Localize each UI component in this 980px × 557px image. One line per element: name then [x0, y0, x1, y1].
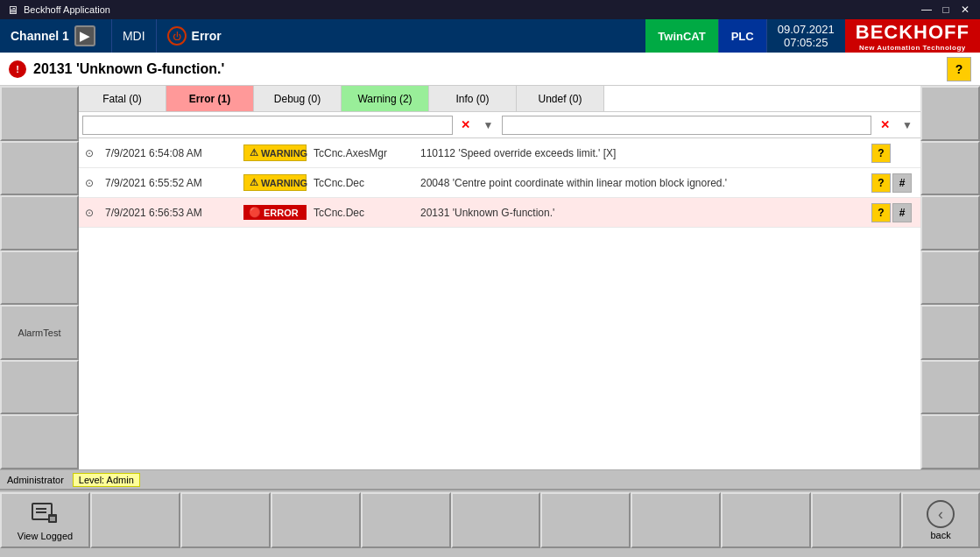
right-btn-2[interactable] — [920, 141, 980, 196]
status-bar: Administrator Level: Admin — [0, 469, 980, 489]
right-btn-1[interactable] — [920, 86, 980, 141]
error-icon-3: 🔴 — [249, 207, 261, 218]
status-level: Level: Admin — [73, 473, 140, 487]
log-source-1: TcCnc.AxesMgr — [310, 147, 415, 159]
expand-btn-3[interactable]: ⊙ — [79, 207, 100, 219]
minimize-button[interactable]: — — [919, 2, 934, 18]
log-row-2: ⊙ 7/9/2021 6:55:52 AM ⚠ WARNING TcCnc.De… — [79, 168, 920, 198]
sidebar-btn-6[interactable] — [0, 360, 79, 415]
channel-label: Channel 1 — [11, 29, 69, 43]
clear-filter-2-button[interactable]: ✕ — [875, 116, 894, 135]
status-user: Administrator — [7, 475, 64, 485]
help-btn-2[interactable]: ? — [871, 173, 891, 193]
filter-1-button[interactable]: ▼ — [479, 116, 498, 135]
right-btn-7[interactable] — [920, 414, 980, 469]
beckhoff-name: BECKHOFF — [856, 21, 969, 44]
log-actions-2: ? # — [868, 173, 920, 193]
right-btn-5[interactable] — [920, 305, 980, 360]
twincat-button[interactable]: TwinCAT — [645, 19, 717, 53]
help-btn-1[interactable]: ? — [871, 144, 891, 163]
log-content: ⊙ 7/9/2021 6:54:08 AM ⚠ WARNING TcCnc.Ax… — [79, 138, 920, 469]
sidebar-btn-3[interactable] — [0, 195, 79, 250]
svg-text:III: III — [50, 516, 55, 522]
content-area: Fatal (0) Error (1) Debug (0) Warning (2… — [79, 86, 920, 469]
power-icon: ⏻ — [167, 26, 187, 46]
window-controls: — □ ✕ — [919, 2, 973, 18]
filter-row: ✕ ▼ ✕ ▼ — [79, 112, 920, 138]
bottom-btn-5[interactable] — [361, 492, 451, 548]
tab-debug[interactable]: Debug (0) — [254, 86, 342, 111]
sidebar-btn-alarm-test[interactable]: AlarmTest — [0, 305, 79, 360]
left-sidebar: AlarmTest — [0, 86, 79, 469]
beckhoff-tagline: New Automation Technology — [859, 44, 966, 52]
filter-input-2[interactable] — [502, 116, 872, 135]
app-icon: 🖥 — [7, 4, 18, 17]
right-btn-3[interactable] — [920, 195, 980, 250]
back-arrow-icon: ‹ — [927, 500, 955, 528]
filter-2-button[interactable]: ▼ — [898, 116, 917, 135]
tab-error[interactable]: Error (1) — [166, 86, 254, 111]
view-logged-icon: III — [31, 500, 59, 529]
error-help-button[interactable]: ? — [947, 57, 971, 81]
tab-bar: Fatal (0) Error (1) Debug (0) Warning (2… — [79, 86, 920, 112]
bottom-btn-9[interactable] — [721, 492, 811, 548]
log-source-3: TcCnc.Dec — [310, 207, 415, 219]
warn-icon-1: ⚠ — [250, 147, 258, 159]
log-time-3: 7/9/2021 6:56:53 AM — [100, 207, 240, 219]
maximize-button[interactable]: □ — [938, 2, 954, 18]
mdi-block: MDI — [112, 19, 157, 53]
sidebar-btn-7[interactable] — [0, 414, 79, 469]
error-title-row: ! 20131 'Unknown G-function.' ? — [0, 53, 980, 86]
error-title-text: 20131 'Unknown G-function.' — [33, 61, 947, 77]
plc-button[interactable]: PLC — [718, 19, 766, 53]
hash-btn-3[interactable]: # — [892, 203, 912, 222]
sidebar-btn-1[interactable] — [0, 86, 79, 141]
tab-fatal[interactable]: Fatal (0) — [79, 86, 166, 111]
right-btn-6[interactable] — [920, 360, 980, 415]
bottom-btn-7[interactable] — [540, 492, 631, 548]
time-display: 07:05:25 — [784, 36, 828, 49]
log-level-3: 🔴 ERROR — [240, 205, 310, 220]
bottom-btn-2[interactable] — [90, 492, 180, 548]
channel-block: Channel 1 ▶ — [0, 19, 112, 53]
tab-undef[interactable]: Undef (0) — [517, 86, 604, 111]
view-logged-button[interactable]: III View Logged — [0, 492, 90, 548]
bottom-btn-4[interactable] — [271, 492, 361, 548]
nav-bar: Channel 1 ▶ MDI ⏻ Error TwinCAT PLC 09.0… — [0, 19, 980, 53]
right-sidebar — [920, 86, 980, 469]
main-layout: AlarmTest Fatal (0) Error (1) Debug (0) … — [0, 86, 980, 469]
error-label: Error — [192, 29, 222, 43]
channel-arrow-icon: ▶ — [74, 25, 95, 46]
error-indicator: ! — [9, 60, 26, 78]
hash-btn-2[interactable]: # — [892, 173, 912, 193]
sidebar-btn-2[interactable] — [0, 141, 79, 196]
expand-btn-1[interactable]: ⊙ — [79, 147, 100, 159]
expand-btn-2[interactable]: ⊙ — [79, 177, 100, 189]
tab-info[interactable]: Info (0) — [429, 86, 517, 111]
sidebar-btn-4[interactable] — [0, 250, 79, 306]
app-title: Beckhoff Application — [24, 4, 110, 15]
help-btn-3[interactable]: ? — [871, 203, 891, 222]
error-badge-3: 🔴 ERROR — [243, 205, 307, 220]
bottom-btn-10[interactable] — [811, 492, 901, 548]
bottom-btn-8[interactable] — [631, 492, 721, 548]
bottom-btn-6[interactable] — [451, 492, 541, 548]
title-bar-info: 🖥 Beckhoff Application — [7, 4, 110, 17]
right-btn-4[interactable] — [920, 250, 980, 306]
filter-input-1[interactable] — [82, 116, 453, 135]
back-label: back — [930, 530, 950, 540]
close-button[interactable]: ✕ — [957, 2, 973, 18]
warn-icon-2: ⚠ — [250, 177, 258, 188]
tab-warning[interactable]: Warning (2) — [342, 86, 429, 111]
log-row-3: ⊙ 7/9/2021 6:56:53 AM 🔴 ERROR TcCnc.Dec … — [79, 198, 920, 228]
back-button[interactable]: ‹ back — [901, 492, 980, 548]
mdi-label: MDI — [123, 29, 145, 43]
log-msg-3: 20131 'Unknown G-function.' — [415, 207, 868, 219]
date-display: 09.07.2021 — [778, 23, 835, 36]
alarm-test-label: AlarmTest — [18, 328, 61, 338]
clear-filter-1-button[interactable]: ✕ — [456, 116, 476, 135]
log-source-2: TcCnc.Dec — [310, 177, 415, 189]
title-bar: 🖥 Beckhoff Application — □ ✕ — [0, 0, 980, 19]
warning-badge-1: ⚠ WARNING — [243, 145, 307, 161]
bottom-btn-3[interactable] — [180, 492, 271, 548]
